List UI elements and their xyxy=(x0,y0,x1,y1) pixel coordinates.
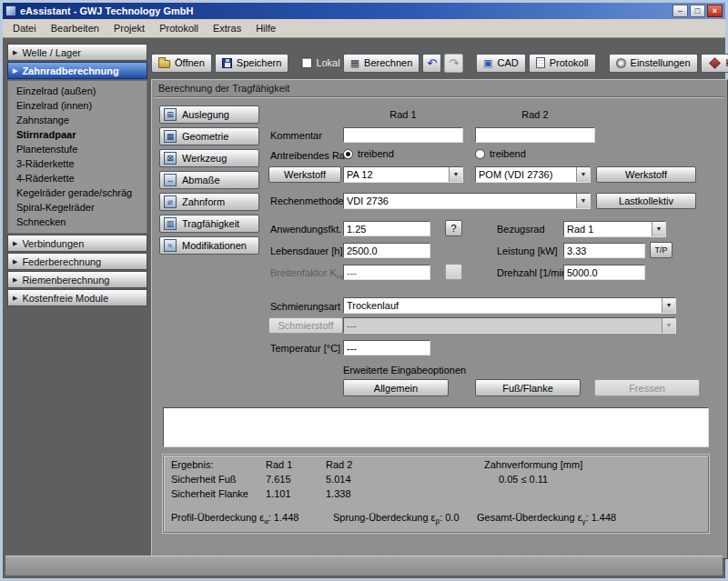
werkzeug-icon: ⊠ xyxy=(164,152,177,165)
nav-label: Geometrie xyxy=(182,131,228,142)
result-value: 7.615 xyxy=(266,474,291,485)
menu-datei[interactable]: Datei xyxy=(5,20,44,36)
close-button[interactable]: × xyxy=(707,5,723,17)
local-checkbox[interactable] xyxy=(301,57,312,68)
sidebar-item-stirnradpaar[interactable]: Stirnradpaar xyxy=(8,127,147,142)
sidebar-section-verbindungen[interactable]: ▶ Verbindungen xyxy=(7,235,147,252)
result-value: 1.338 xyxy=(326,488,351,499)
nav-label: Zahnform xyxy=(182,196,225,207)
local-checkbox-group: Lokal xyxy=(301,57,339,68)
lebensdauer-input[interactable] xyxy=(343,243,430,258)
leistung-input[interactable] xyxy=(563,243,645,258)
app-icon xyxy=(5,5,16,16)
schmierstoff-select: --- ▼ xyxy=(343,317,676,334)
schmierstoff-button: Schmierstoff xyxy=(268,317,343,334)
allgemein-button[interactable]: Allgemein xyxy=(343,379,449,396)
chevron-down-icon[interactable]: ▼ xyxy=(662,298,675,313)
help-button[interactable]: Hilfe xyxy=(701,54,728,73)
sidebar-item-3-raederkette[interactable]: 3-Räderkette xyxy=(8,156,147,171)
sidebar-item-einzelrad-innen[interactable]: Einzelrad (innen) xyxy=(8,98,147,113)
floppy-disk-icon xyxy=(222,58,232,68)
menu-hilfe[interactable]: Hilfe xyxy=(248,20,283,36)
drehzahl-input[interactable] xyxy=(563,265,645,280)
modifikationen-icon: ≈ xyxy=(164,239,177,252)
abmasse-icon: ↔ xyxy=(164,174,177,186)
nav-auslegung-button[interactable]: ⊞ Auslegung xyxy=(159,105,259,124)
sidebar-item-planetenstufe[interactable]: Planetenstufe xyxy=(8,142,147,156)
result-row-label: Sicherheit Fuß xyxy=(171,474,237,485)
menu-protokoll[interactable]: Protokoll xyxy=(152,20,206,36)
sidebar-item-zahnstange[interactable]: Zahnstange xyxy=(8,113,147,127)
sidebar-section-label: Riemenberechnung xyxy=(22,275,109,285)
auslegung-icon: ⊞ xyxy=(164,108,177,121)
chevron-down-icon[interactable]: ▼ xyxy=(576,167,590,182)
chevron-down-icon[interactable]: ▼ xyxy=(652,222,665,236)
calculate-button[interactable]: ▦ Berechnen xyxy=(343,54,420,73)
sidebar-section-riemenberechnung[interactable]: ▶ Riemenberechnung xyxy=(7,271,147,288)
chevron-down-icon[interactable]: ▼ xyxy=(449,167,462,182)
sidebar-item-schnecken[interactable]: Schnecken xyxy=(8,215,147,229)
results-col-zahnverformung: Zahnverformung [mm] xyxy=(484,459,582,470)
calculate-button-label: Berechnen xyxy=(364,57,412,68)
schmierstoff-value: --- xyxy=(344,318,662,333)
werkstoff-rad2-select[interactable]: POM (VDI 2736) ▼ xyxy=(475,166,591,183)
settings-button[interactable]: Einstellungen xyxy=(609,54,698,73)
arrow-right-icon: ▶ xyxy=(13,67,17,75)
sidebar-section-kostenfreie-module[interactable]: ▶ Kostenfreie Module xyxy=(7,289,147,306)
minimize-button[interactable]: – xyxy=(672,5,688,17)
lebensdauer-label: Lebensdauer [h] xyxy=(270,245,343,256)
undo-button[interactable]: ↶ xyxy=(422,54,441,73)
menu-extras[interactable]: Extras xyxy=(206,20,248,36)
treibend-rad2-radio[interactable] xyxy=(475,149,485,159)
nav-abmasse-button[interactable]: ↔ Abmaße xyxy=(159,171,259,189)
sidebar-item-spiral-kegelraeder[interactable]: Spiral-Kegelräder xyxy=(8,200,147,215)
sidebar-sublist: Einzelrad (außen) Einzelrad (innen) Zahn… xyxy=(7,80,147,234)
redo-button[interactable]: ↷ xyxy=(444,54,463,73)
werkstoff-rad1-button[interactable]: Werkstoff xyxy=(268,166,341,183)
save-button[interactable]: Speichern xyxy=(215,54,289,73)
anwendungsfaktor-help-button[interactable]: ? xyxy=(445,220,462,236)
schmierungsart-value: Trockenlauf xyxy=(344,298,662,313)
werkstoff-rad1-select[interactable]: PA 12 ▼ xyxy=(343,166,463,183)
save-button-label: Speichern xyxy=(237,57,282,68)
settings-button-label: Einstellungen xyxy=(631,57,691,68)
werkstoff-rad2-button[interactable]: Werkstoff xyxy=(596,166,696,183)
cad-button[interactable]: ▣ CAD xyxy=(476,54,526,73)
menu-bearbeiten[interactable]: Bearbeiten xyxy=(44,20,106,36)
breitenfaktor-detail-button xyxy=(445,264,462,280)
sidebar-section-label: Verbindungen xyxy=(22,238,84,249)
sidebar-section-federberechnung[interactable]: ▶ Federberechnung xyxy=(7,253,147,270)
sidebar-section-welle-lager[interactable]: ▶ Welle / Lager xyxy=(7,44,147,61)
sidebar-item-4-raederkette[interactable]: 4-Räderkette xyxy=(8,171,147,185)
menu-projekt[interactable]: Projekt xyxy=(106,20,152,36)
maximize-button[interactable]: □ xyxy=(690,5,705,17)
chevron-down-icon[interactable]: ▼ xyxy=(576,194,590,208)
sidebar-item-kegelraeder[interactable]: Kegelräder gerade/schräg xyxy=(8,185,147,200)
sidebar-item-einzelrad-aussen[interactable]: Einzelrad (außen) xyxy=(8,84,147,98)
sidebar-section-zahnradberechnung[interactable]: ▶ Zahnradberechnung xyxy=(7,62,147,79)
nav-geometrie-button[interactable]: ▦ Geometrie xyxy=(159,127,259,145)
treibend-rad1-radio[interactable] xyxy=(343,149,353,159)
anwendungsfaktor-input[interactable] xyxy=(343,221,430,236)
kommentar-rad1-input[interactable] xyxy=(343,127,463,143)
protocol-button[interactable]: Protokoll xyxy=(529,54,596,73)
nav-zahnform-button[interactable]: ⌀ Zahnform xyxy=(159,193,259,211)
open-button[interactable]: Öffnen xyxy=(151,54,212,73)
bezugsrad-label: Bezugsrad xyxy=(497,224,545,235)
temperatur-input[interactable] xyxy=(343,340,430,356)
bezugsrad-select[interactable]: Rad 1 ▼ xyxy=(563,221,666,237)
nav-modifikationen-button[interactable]: ≈ Modifikationen xyxy=(159,236,259,255)
nav-tragfaehigkeit-button[interactable]: ▥ Tragfähigkeit xyxy=(159,215,259,233)
fuss-flanke-button[interactable]: Fuß/Flanke xyxy=(475,379,581,396)
schmierungsart-select[interactable]: Trockenlauf ▼ xyxy=(343,297,676,314)
bezugsrad-value: Rad 1 xyxy=(564,222,652,236)
gear-icon xyxy=(616,58,626,68)
gesamt-ueberdeckung: Gesamt-Überdeckung εγ: 1.448 xyxy=(477,512,616,526)
lastkollektiv-button[interactable]: Lastkollektiv xyxy=(596,193,696,209)
torque-power-toggle-button[interactable]: T/P xyxy=(650,242,672,258)
rechenmethode-select[interactable]: VDI 2736 ▼ xyxy=(343,193,591,209)
drehzahl-label: Drehzahl [1/min] xyxy=(497,267,570,278)
nav-werkzeug-button[interactable]: ⊠ Werkzeug xyxy=(159,149,259,167)
main-panel: Berechnung der Tragfähigkeit ⊞ Auslegung… xyxy=(151,79,728,559)
kommentar-rad2-input[interactable] xyxy=(475,127,595,143)
